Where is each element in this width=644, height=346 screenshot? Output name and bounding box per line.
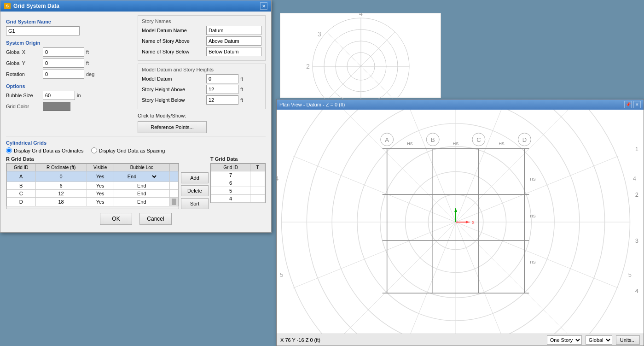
r-grid-scroll-cell: [170, 182, 179, 190]
model-datum-name-input[interactable]: [206, 26, 261, 35]
r-grid-scroll-cell: [170, 190, 179, 198]
t-grid-cell-t: [250, 187, 265, 195]
table-row[interactable]: 4: [211, 195, 265, 203]
svg-text:3: 3: [318, 30, 321, 38]
global-x-label: Global X: [6, 49, 43, 55]
story-select[interactable]: One Story All Stories: [547, 335, 582, 345]
t-grid-label: T Grid Data: [210, 156, 266, 162]
r-grid-col-bubble: Bubble Loc: [114, 164, 169, 171]
bubble-size-label: Bubble Size: [6, 93, 43, 98]
name-story-above-label: Name of Story Above: [142, 38, 206, 44]
story-height-below-unit: ft: [240, 97, 243, 103]
rotation-input[interactable]: [43, 70, 84, 79]
name-story-below-input[interactable]: [206, 47, 261, 56]
t-grid-cell-id: 4: [211, 195, 250, 203]
app-icon: S: [4, 3, 11, 9]
model-datum-row: Model Datum ft: [142, 74, 261, 83]
name-story-below-label: Name of Story Below: [142, 49, 206, 54]
add-button[interactable]: Add: [181, 172, 209, 183]
bubble-size-input[interactable]: [43, 91, 75, 100]
divider: [6, 136, 266, 136]
pin-button[interactable]: 📌: [624, 101, 632, 108]
table-row[interactable]: C 12 Yes End: [7, 190, 179, 198]
model-datum-input[interactable]: [206, 74, 238, 83]
status-coords: X 76 Y -16 Z 0 (ft): [280, 337, 543, 343]
model-datum-unit: ft: [240, 76, 243, 82]
model-datum-label: Model Datum: [142, 76, 206, 82]
t-grid-col-id: Grid ID: [211, 164, 250, 171]
r-grid-cell-id: D: [7, 198, 36, 206]
story-height-below-label: Story Height Below: [142, 97, 206, 103]
reference-points-button[interactable]: Reference Points...: [138, 121, 207, 133]
display-spacing-radio[interactable]: [91, 147, 97, 153]
display-spacing-label: Display Grid Data as Spacing: [99, 148, 165, 153]
plan-view-svg: A B C D HS HS HS HS HS HS 1 2 3 4: [277, 110, 644, 334]
delete-button[interactable]: Delete: [181, 185, 209, 196]
r-grid-cell-bubble: End: [114, 190, 169, 198]
r-grid-cell-id: C: [7, 190, 36, 198]
global-x-row: Global X ft: [6, 47, 133, 57]
ok-button[interactable]: OK: [100, 213, 132, 225]
t-grid-col-t: T: [250, 164, 265, 171]
svg-text:HS: HS: [530, 177, 535, 182]
dialog-footer: OK Cancel: [6, 209, 266, 227]
name-story-above-input[interactable]: [206, 36, 261, 46]
cancel-button[interactable]: Cancel: [139, 213, 172, 225]
story-names-section: Story Names Model Datum Name Name of Sto…: [138, 15, 266, 61]
display-ordinates-option[interactable]: Display Grid Data as Ordinates: [6, 147, 84, 153]
r-grid-cell-bubble[interactable]: End Start None: [114, 171, 169, 182]
svg-text:C: C: [476, 136, 481, 143]
plan-titlebar: Plan View - Datum - Z = 0 (ft) 📌 ✕: [277, 100, 644, 110]
name-story-below-row: Name of Story Below: [142, 47, 261, 56]
bubble-loc-select[interactable]: End Start None: [126, 172, 158, 181]
plan-canvas: A B C D HS HS HS HS HS HS 1 2 3 4: [277, 110, 644, 334]
r-grid-cell-bubble: End: [114, 182, 169, 190]
options-label: Options: [6, 83, 133, 89]
table-row[interactable]: 6: [211, 179, 265, 187]
name-story-above-row: Name of Story Above: [142, 36, 261, 46]
grid-name-input[interactable]: [6, 26, 80, 35]
global-x-input[interactable]: [43, 47, 84, 57]
close-button[interactable]: ✕: [260, 2, 267, 10]
sort-button[interactable]: Sort: [181, 198, 209, 209]
svg-text:5: 5: [628, 272, 632, 279]
display-ordinates-radio[interactable]: [6, 147, 12, 153]
bubble-size-row: Bubble Size in: [6, 91, 133, 100]
r-grid-cell-visible: Yes: [87, 171, 114, 182]
global-y-input[interactable]: [43, 59, 84, 68]
system-origin-label: System Origin: [6, 40, 133, 46]
table-row[interactable]: A 0 Yes End Start None: [7, 171, 179, 182]
r-grid-cell-visible: Yes: [87, 182, 114, 190]
r-grid-cell-id: A: [7, 171, 36, 182]
plan-close-button[interactable]: ✕: [633, 101, 641, 108]
svg-text:B: B: [431, 136, 435, 143]
table-row[interactable]: B 6 Yes End: [7, 182, 179, 190]
bubble-size-unit: in: [77, 93, 81, 98]
r-grid-table-row: Grid ID R Ordinate (ft) Visible Bubble L…: [6, 163, 209, 209]
r-grid-table-wrapper: Grid ID R Ordinate (ft) Visible Bubble L…: [6, 163, 179, 209]
grid-action-buttons: Add Delete Sort: [181, 172, 209, 209]
grid-color-label: Grid Color: [6, 104, 43, 109]
table-row[interactable]: 7: [211, 171, 265, 179]
grid-system-dialog: S Grid System Data ✕ Grid System Name Sy…: [0, 0, 272, 233]
r-grid-label: R Grid Data: [6, 156, 209, 162]
display-spacing-option[interactable]: Display Grid Data as Spacing: [91, 147, 165, 153]
units-button[interactable]: Units...: [616, 335, 640, 345]
grid-tables-container: R Grid Data Grid ID R Ordinate (ft) Visi…: [6, 156, 266, 209]
r-grid-table: Grid ID R Ordinate (ft) Visible Bubble L…: [6, 164, 179, 206]
r-grid-scroll-cell: [170, 198, 179, 206]
svg-text:2: 2: [306, 63, 310, 70]
plan-title: Plan View - Datum - Z = 0 (ft): [279, 102, 345, 107]
r-grid-cell-ordinate: 6: [35, 182, 87, 190]
color-swatch[interactable]: [43, 102, 70, 111]
table-row[interactable]: 5: [211, 187, 265, 195]
story-height-below-input[interactable]: [206, 95, 238, 105]
story-height-above-input[interactable]: [206, 85, 238, 94]
r-grid-col-scroll: [170, 164, 179, 171]
story-height-above-label: Story Height Above: [142, 87, 206, 92]
view-select[interactable]: Global Local: [586, 335, 612, 345]
svg-text:2: 2: [635, 191, 638, 198]
global-y-row: Global Y ft: [6, 59, 133, 68]
svg-text:D: D: [522, 136, 527, 143]
table-row[interactable]: D 18 Yes End: [7, 198, 179, 206]
